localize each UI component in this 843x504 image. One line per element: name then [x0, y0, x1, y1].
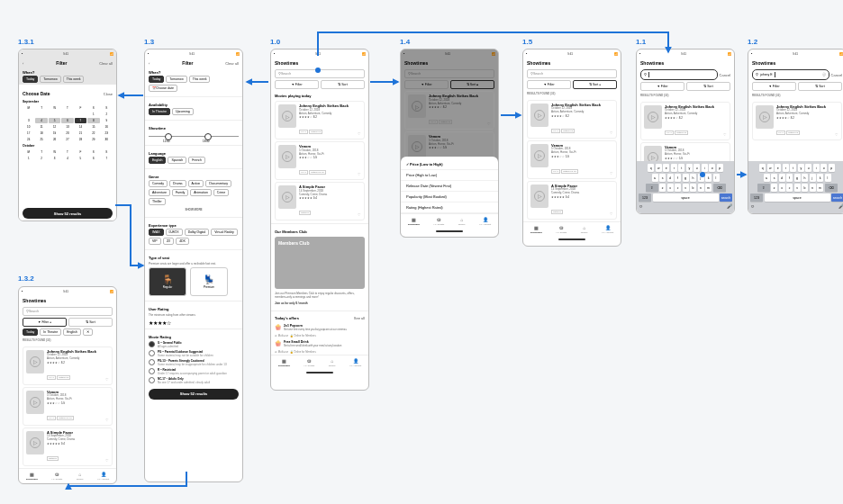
key[interactable]: a	[652, 174, 658, 182]
key[interactable]: c	[675, 184, 681, 192]
exp-chip[interactable]: 4DX	[176, 238, 189, 245]
see-all-link[interactable]: See all	[354, 316, 365, 320]
genre-chip[interactable]: Crime	[213, 189, 229, 196]
heart-icon[interactable]: ♡	[610, 171, 613, 176]
exp-chip[interactable]: Dolby Digital	[185, 229, 210, 236]
movie-card[interactable]: Johnny English Strikes Back October 12, …	[752, 102, 842, 140]
cancel-button[interactable]: Cancel	[720, 73, 730, 77]
key[interactable]: a	[764, 174, 770, 182]
rating-radio[interactable]: R – RestrictedUnder 17 requires accompan…	[145, 367, 242, 376]
rating-radio[interactable]: PG – Parental Guidance SuggestedSome mat…	[145, 349, 242, 358]
key[interactable]: z	[771, 184, 777, 192]
lang-chip[interactable]: Spanish	[168, 157, 186, 164]
sort-option[interactable]: Rating (Highest Rated)	[401, 202, 498, 213]
key[interactable]: i	[702, 164, 708, 172]
seat-regular[interactable]: 🪑Regular	[149, 267, 186, 296]
exp-chip[interactable]: 2D	[163, 238, 174, 245]
key[interactable]: o	[820, 164, 827, 172]
search-input[interactable]: ⚲johnny Eⓧ	[752, 69, 829, 80]
exp-chip[interactable]: IMAX	[149, 229, 164, 236]
offer-item[interactable]: 🍿Free Small DrinkGet a free small drink …	[271, 338, 368, 349]
movie-card[interactable]: A Simple Favor 14 September, 2018 Comedy…	[527, 181, 617, 220]
movie-card[interactable]: Johnny English Strikes Back October 12, …	[527, 100, 617, 139]
back-icon[interactable]: ‹	[149, 61, 150, 66]
key[interactable]: j	[698, 174, 704, 182]
key[interactable]: n	[698, 184, 704, 192]
key[interactable]: x	[779, 184, 785, 192]
heart-icon[interactable]: ♡	[105, 458, 109, 463]
key[interactable]: r	[783, 164, 789, 172]
tab-account[interactable]: 👤My Account	[349, 358, 361, 367]
lang-chip[interactable]: English	[149, 157, 166, 164]
seat-premium[interactable]: 💺Premium	[190, 267, 228, 296]
key[interactable]: f	[786, 174, 793, 182]
key[interactable]: f	[675, 174, 681, 182]
heart-icon[interactable]: ♡	[358, 212, 361, 217]
key[interactable]: b	[690, 184, 696, 192]
key[interactable]: g	[683, 174, 689, 182]
movie-card[interactable]: Venom 5 October, 2018 Action, Horror, Sc…	[527, 140, 617, 179]
back-icon[interactable]: ‹	[23, 61, 23, 66]
key[interactable]: x	[667, 184, 674, 192]
rating-radio[interactable]: NC-17 – Adults OnlyNo one 17 and under a…	[145, 376, 242, 385]
key[interactable]: p	[829, 164, 835, 172]
key[interactable]: h	[690, 174, 696, 182]
tab-tickets[interactable]: 🎟My Tickets	[304, 358, 314, 367]
keyboard[interactable]: qwertyuiopasdfghjkl⇧zxcvbnm⌫ 123 space s…	[748, 161, 843, 213]
key[interactable]: z	[659, 184, 666, 192]
exp-chip[interactable]: Virtual Reality	[211, 229, 238, 236]
sort-option[interactable]: Popularity (Most Booked)	[401, 192, 498, 202]
show-more-button[interactable]: SHOW MORE	[145, 207, 242, 214]
key[interactable]: h	[802, 174, 808, 182]
key[interactable]: b	[802, 184, 808, 192]
chip-week[interactable]: This week	[63, 76, 85, 83]
genre-chip[interactable]: Family	[172, 189, 188, 196]
search-input[interactable]: ⚲ Search	[275, 69, 365, 78]
heart-icon[interactable]: ♡	[835, 132, 838, 137]
movie-card[interactable]: Venom 5 October, 2018 Action, Horror, Sc…	[275, 141, 365, 180]
key[interactable]: w	[767, 164, 774, 172]
key[interactable]: c	[786, 184, 793, 192]
heart-icon[interactable]: ♡	[105, 377, 109, 382]
user-rating-stars[interactable]: ★★★★☆	[145, 320, 242, 326]
key[interactable]: v	[683, 184, 689, 192]
genre-chip[interactable]: Animation	[190, 189, 212, 196]
filter-button[interactable]: ▼Filter	[275, 80, 319, 89]
key[interactable]: m	[817, 184, 823, 192]
heart-icon[interactable]: ♡	[358, 172, 361, 176]
genre-chip[interactable]: Thriller	[149, 198, 166, 205]
genre-chip[interactable]: Drama	[169, 180, 186, 187]
chip-tomorrow[interactable]: Tomorrow	[40, 76, 60, 83]
key[interactable]: q	[759, 164, 766, 172]
key[interactable]: n	[810, 184, 816, 192]
key[interactable]: s	[771, 174, 777, 182]
key[interactable]: d	[779, 174, 785, 182]
clear-all-button[interactable]: Clear all	[225, 61, 239, 66]
heart-icon[interactable]: ♡	[610, 212, 613, 216]
movie-card[interactable]: Johnny English Strikes Back October 12, …	[275, 101, 365, 140]
key[interactable]: q	[648, 164, 654, 172]
showtime-range-slider[interactable]: 12:00 18:00	[149, 133, 239, 142]
choose-date-chip[interactable]: 📅 Choose date	[149, 85, 177, 92]
exp-chip[interactable]: D-BOX	[166, 229, 183, 236]
movie-card[interactable]: A Simple Favor 14 September, 2018 Comedy…	[275, 182, 365, 220]
chip-today[interactable]: Today	[23, 76, 38, 83]
key[interactable]: y	[798, 164, 804, 172]
close-button[interactable]: Close	[104, 92, 113, 96]
key[interactable]: r	[671, 164, 677, 172]
show-results-button[interactable]: Show 52 results	[149, 389, 239, 400]
key[interactable]: g	[794, 174, 801, 182]
sort-button[interactable]: ⇅Sort	[321, 80, 365, 89]
key[interactable]: i	[813, 164, 820, 172]
key[interactable]: y	[686, 164, 693, 172]
heart-icon[interactable]: ♡	[358, 131, 361, 136]
heart-icon[interactable]: ♡	[105, 418, 109, 422]
key[interactable]: l	[825, 174, 831, 182]
calendar-september[interactable]: MTWTFSS 12 3456789 10111213141516 171819…	[23, 105, 113, 142]
key[interactable]: e	[775, 164, 781, 172]
key[interactable]: u	[693, 164, 700, 172]
key[interactable]: t	[790, 164, 796, 172]
calendar-october[interactable]: MTWTFSS 1234567	[23, 149, 113, 161]
heart-icon[interactable]: ♡	[610, 130, 613, 135]
key[interactable]: j	[810, 174, 816, 182]
